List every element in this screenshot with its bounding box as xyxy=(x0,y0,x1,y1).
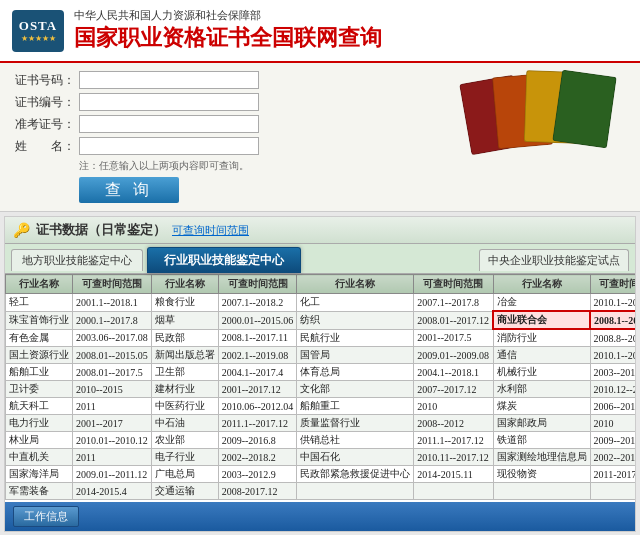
table-cell: 2011.1--2017.12 xyxy=(414,432,493,449)
table-cell: 国家邮政局 xyxy=(493,415,590,432)
table-cell: 2009.01--2011.12 xyxy=(73,466,152,483)
input-name[interactable] xyxy=(79,137,259,155)
table-cell: 机械行业 xyxy=(493,364,590,381)
table-cell: 化工 xyxy=(297,294,414,312)
th-range-2: 可查时间范围 xyxy=(218,275,297,294)
th-industry-2: 行业名称 xyxy=(151,275,218,294)
table-cell: 国家海洋局 xyxy=(6,466,73,483)
table-row: 卫计委2010--2015建材行业2001--2017.12文化部2007--2… xyxy=(6,381,636,398)
th-industry-3: 行业名称 xyxy=(297,275,414,294)
section-link[interactable]: 可查询时间范围 xyxy=(172,223,249,238)
bottom-bar: 工作信息 xyxy=(5,502,635,531)
table-cell: 2007--2017.12 xyxy=(414,381,493,398)
table-cell: 有色金属 xyxy=(6,329,73,347)
table-cell: 2008--2012 xyxy=(414,415,493,432)
table-cell: 2011 xyxy=(73,449,152,466)
table-cell: 烟草 xyxy=(151,311,218,329)
tab-central[interactable]: 中央企业职业技能鉴定试点 xyxy=(479,249,629,271)
form-row-cert-num: 证书号码： xyxy=(15,71,455,89)
tab-industry[interactable]: 行业职业技能鉴定中心 xyxy=(147,247,301,273)
table-cell: 建材行业 xyxy=(151,381,218,398)
table-cell: 国家测绘地理信息局 xyxy=(493,449,590,466)
table-cell: 中国石化 xyxy=(297,449,414,466)
table-cell: 2010.1--2018.2 xyxy=(590,347,635,364)
table-cell: 2011-2017.12 xyxy=(590,466,635,483)
table-cell: 2002.1--2019.08 xyxy=(218,347,297,364)
input-cert-num[interactable] xyxy=(79,71,259,89)
table-cell: 铁道部 xyxy=(493,432,590,449)
table-cell: 2010.12--2017.05 xyxy=(590,381,635,398)
table-cell: 国管局 xyxy=(297,347,414,364)
table-cell: 广电总局 xyxy=(151,466,218,483)
table-cell: 2001--2017.12 xyxy=(218,381,297,398)
table-cell xyxy=(590,483,635,500)
work-info-button[interactable]: 工作信息 xyxy=(13,506,79,527)
table-cell: 珠宝首饰行业 xyxy=(6,311,73,329)
table-cell: 冶金 xyxy=(493,294,590,312)
form-note: 注：任意输入以上两项内容即可查询。 xyxy=(79,159,455,173)
table-cell: 现役物资 xyxy=(493,466,590,483)
table-container: 行业名称 可查时间范围 行业名称 可查时间范围 行业名称 可查时间范围 行业名称… xyxy=(5,274,635,500)
table-cell: 国土资源行业 xyxy=(6,347,73,364)
cert-book-4 xyxy=(552,70,616,149)
table-cell: 纺织 xyxy=(297,311,414,329)
table-cell: 2002--2018.2 xyxy=(218,449,297,466)
header: OSTA ★★★★★ 中华人民共和国人力资源和社会保障部 国家职业资格证书全国联… xyxy=(0,0,640,63)
table-cell: 2004.1--2017.4 xyxy=(218,364,297,381)
tab-local[interactable]: 地方职业技能鉴定中心 xyxy=(11,249,143,271)
table-cell: 2003.06--2017.08 xyxy=(73,329,152,347)
table-cell: 水利部 xyxy=(493,381,590,398)
th-range-1: 可查时间范围 xyxy=(73,275,152,294)
table-cell: 商业联合会 xyxy=(493,311,590,329)
table-cell: 2010 xyxy=(414,398,493,415)
table-cell: 卫计委 xyxy=(6,381,73,398)
table-row: 军需装备2014-2015.4交通运输2008-2017.12 xyxy=(6,483,636,500)
table-cell: 2011 xyxy=(73,398,152,415)
section-header: 🔑 证书数据（日常鉴定） 可查询时间范围 xyxy=(5,217,635,244)
cert-images xyxy=(465,71,625,151)
table-cell: 2001.1--2018.1 xyxy=(73,294,152,312)
table-cell: 2007.1--2018.2 xyxy=(218,294,297,312)
input-exam-num[interactable] xyxy=(79,115,259,133)
table-cell: 煤炭 xyxy=(493,398,590,415)
table-cell: 2007.1--2017.8 xyxy=(414,294,493,312)
table-header-row: 行业名称 可查时间范围 行业名称 可查时间范围 行业名称 可查时间范围 行业名称… xyxy=(6,275,636,294)
table-cell: 船舶工业 xyxy=(6,364,73,381)
main-content: 🔑 证书数据（日常鉴定） 可查询时间范围 地方职业技能鉴定中心 行业职业技能鉴定… xyxy=(4,216,636,532)
table-cell: 轻工 xyxy=(6,294,73,312)
table-cell: 2009--2011 xyxy=(590,432,635,449)
table-cell: 2010 xyxy=(590,415,635,432)
table-cell: 2008.01--2017.5 xyxy=(73,364,152,381)
table-cell: 中直机关 xyxy=(6,449,73,466)
header-main-title: 国家职业资格证书全国联网查询 xyxy=(74,23,382,53)
table-cell: 粮食行业 xyxy=(151,294,218,312)
form-row-cert-code: 证书编号： xyxy=(15,93,455,111)
label-exam-num: 准考证号： xyxy=(15,116,75,133)
table-cell: 2009--2016.8 xyxy=(218,432,297,449)
table-cell: 电子行业 xyxy=(151,449,218,466)
table-row: 船舶工业2008.01--2017.5卫生部2004.1--2017.4体育总局… xyxy=(6,364,636,381)
table-row: 轻工2001.1--2018.1粮食行业2007.1--2018.2化工2007… xyxy=(6,294,636,312)
table-row: 林业局2010.01--2010.12农业部2009--2016.8供销总社20… xyxy=(6,432,636,449)
table-cell xyxy=(414,483,493,500)
table-cell: 林业局 xyxy=(6,432,73,449)
table-cell: 2003--2018.2 xyxy=(590,364,635,381)
label-cert-num: 证书号码： xyxy=(15,72,75,89)
table-cell: 民政部紧急救援促进中心 xyxy=(297,466,414,483)
table-cell: 2004.1--2018.1 xyxy=(414,364,493,381)
table-row: 国土资源行业2008.01--2015.05新闻出版总署2002.1--2019… xyxy=(6,347,636,364)
tabs-row: 地方职业技能鉴定中心 行业职业技能鉴定中心 中央企业职业技能鉴定试点 xyxy=(5,244,635,274)
table-row: 国家海洋局2009.01--2011.12广电总局2003--2012.9民政部… xyxy=(6,466,636,483)
table-cell: 船舶重工 xyxy=(297,398,414,415)
table-cell: 2008-2017.12 xyxy=(218,483,297,500)
table-cell: 2000.1--2017.8 xyxy=(73,311,152,329)
table-cell: 2010.06--2012.04 xyxy=(218,398,297,415)
form-row-name: 姓 名： xyxy=(15,137,455,155)
input-cert-code[interactable] xyxy=(79,93,259,111)
query-button[interactable]: 查 询 xyxy=(79,177,179,203)
table-cell: 中医药行业 xyxy=(151,398,218,415)
search-area: 证书号码： 证书编号： 准考证号： 姓 名： 注：任意输入以上两项内容即可查询。… xyxy=(0,63,640,212)
table-cell: 卫生部 xyxy=(151,364,218,381)
table-row: 电力行业2001--2017中石油2011.1--2017.12质量监督行业20… xyxy=(6,415,636,432)
table-cell: 2008.1--2017.11 xyxy=(590,311,635,329)
